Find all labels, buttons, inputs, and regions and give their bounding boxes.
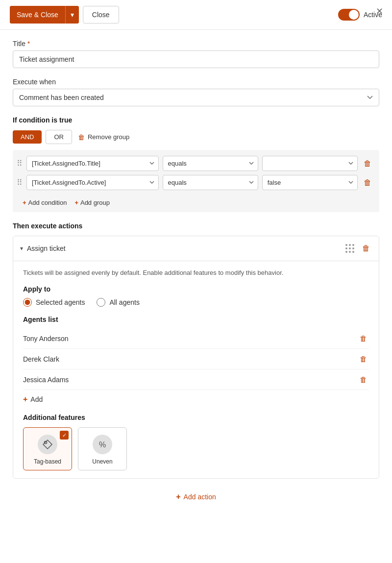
agent-delete-2-button[interactable]: 🗑 — [358, 354, 369, 364]
action-delete-button[interactable]: 🗑 — [360, 242, 372, 255]
drag-handle-1[interactable]: ⠿ — [17, 159, 23, 168]
action-header[interactable]: ▾ Assign ticket — [13, 236, 379, 261]
page-container: Save & Close ▾ Close Active ✕ Title * — [0, 0, 392, 521]
feature-card-uneven[interactable]: % Uneven — [78, 427, 127, 470]
action-description: Tickets will be assigned evenly by defau… — [23, 269, 369, 276]
agent-row-3: Jessica Adams 🗑 — [23, 369, 369, 390]
dot-6 — [352, 247, 354, 249]
condition-section: If condition is true AND OR 🗑 Remove gro… — [13, 116, 379, 212]
title-label: Title * — [13, 40, 379, 48]
action-header-right: 🗑 — [345, 242, 372, 255]
add-agent-button[interactable]: + Add — [23, 395, 43, 404]
add-condition-button[interactable]: + Add condition — [23, 199, 67, 206]
title-group: Title * — [13, 40, 379, 68]
agent-row-2: Derek Clark 🗑 — [23, 349, 369, 369]
add-group-label: Add group — [80, 199, 110, 206]
agent-name-3: Jessica Adams — [23, 376, 69, 384]
execute-when-select[interactable]: Comment has been created — [13, 89, 379, 106]
action-drag-handle[interactable] — [345, 244, 354, 253]
feature-name-uneven: Uneven — [92, 458, 112, 465]
action-header-left: ▾ Assign ticket — [20, 245, 66, 252]
title-input[interactable] — [13, 50, 379, 68]
dot-7 — [345, 251, 347, 253]
condition-operator-2[interactable]: equals — [163, 175, 258, 190]
action-chevron-icon: ▾ — [20, 245, 23, 252]
agent-name-2: Derek Clark — [23, 355, 59, 363]
add-group-button[interactable]: + Add group — [74, 199, 110, 206]
add-group-plus-icon: + — [74, 199, 78, 206]
condition-row-1: ⠿ [Ticket.AssignedTo.Title] equals 🗑 — [17, 156, 373, 171]
add-action-label: Add action — [184, 493, 216, 501]
dropdown-arrow-icon: ▾ — [71, 11, 74, 19]
condition-field-2[interactable]: [Ticket.AssignedTo.Active] — [26, 175, 159, 190]
add-agent-plus-icon: + — [23, 395, 27, 404]
condition-value-2[interactable]: false — [262, 175, 358, 190]
agent-name-1: Tony Anderson — [23, 335, 69, 343]
radio-all-agents-input[interactable] — [97, 298, 105, 307]
save-close-button-group: Save & Close ▾ — [10, 6, 79, 24]
dot-1 — [345, 244, 347, 246]
radio-all-agents[interactable]: All agents — [97, 298, 139, 307]
add-action-button[interactable]: + Add action — [176, 492, 216, 501]
save-close-main-button[interactable]: Save & Close — [10, 6, 65, 24]
toggle-knob — [349, 10, 359, 20]
add-condition-plus-icon: + — [23, 199, 26, 206]
close-x-button[interactable]: ✕ — [376, 6, 383, 17]
remove-group-button[interactable]: 🗑 Remove group — [78, 133, 129, 141]
dot-8 — [349, 251, 351, 253]
additional-features-title: Additional features — [23, 414, 369, 421]
agent-delete-1-button[interactable]: 🗑 — [358, 333, 369, 343]
dot-4 — [345, 247, 347, 249]
feature-name-tag-based: Tag-based — [34, 458, 61, 465]
additional-features-section: Additional features ✓ — [23, 414, 369, 470]
or-button[interactable]: OR — [46, 130, 72, 144]
feature-cards: ✓ Tag-based — [23, 427, 369, 470]
radio-selected-agents[interactable]: Selected agents — [23, 298, 85, 307]
header-left: Save & Close ▾ Close — [10, 6, 119, 24]
actions-section: Then execute actions ▾ Assign ticket — [13, 222, 379, 479]
action-title: Assign ticket — [27, 245, 66, 252]
remove-group-label: Remove group — [88, 133, 129, 141]
execute-when-group: Execute when Comment has been created — [13, 78, 379, 106]
add-action-container: + Add action — [13, 492, 379, 501]
condition-title: If condition is true — [13, 116, 379, 124]
radio-selected-agents-input[interactable] — [23, 298, 32, 307]
dot-9 — [352, 251, 354, 253]
agent-row-1: Tony Anderson 🗑 — [23, 328, 369, 349]
condition-row-2: ⠿ [Ticket.AssignedTo.Active] equals fals… — [17, 175, 373, 190]
agent-delete-3-button[interactable]: 🗑 — [358, 374, 369, 385]
save-close-dropdown-button[interactable]: ▾ — [65, 6, 79, 24]
condition-value-1[interactable] — [262, 156, 358, 171]
condition-header: AND OR 🗑 Remove group — [13, 130, 379, 144]
and-button[interactable]: AND — [13, 130, 42, 144]
svg-text:%: % — [99, 441, 106, 449]
condition-footer: + Add condition + Add group — [17, 194, 373, 206]
condition-field-1[interactable]: [Ticket.AssignedTo.Title] — [26, 156, 159, 171]
execute-when-label: Execute when — [13, 78, 379, 86]
add-agent-label: Add — [30, 395, 43, 403]
radio-all-agents-label: All agents — [109, 298, 139, 306]
feature-check-tag-based: ✓ — [60, 431, 69, 440]
delete-condition-1-button[interactable]: 🗑 — [362, 157, 373, 170]
close-button[interactable]: Close — [83, 6, 119, 24]
feature-card-tag-based[interactable]: ✓ Tag-based — [23, 427, 72, 470]
condition-block: ⠿ [Ticket.AssignedTo.Title] equals 🗑 ⠿ — [13, 150, 379, 212]
content: Title * Execute when Comment has been cr… — [0, 30, 392, 521]
dot-5 — [349, 247, 351, 249]
add-condition-label: Add condition — [28, 199, 67, 206]
apply-to-radio-group: Selected agents All agents — [23, 298, 369, 307]
radio-selected-agents-label: Selected agents — [36, 298, 85, 306]
action-card: ▾ Assign ticket — [13, 236, 379, 479]
required-marker: * — [27, 40, 30, 48]
agents-list: Tony Anderson 🗑 Derek Clark 🗑 Jessica Ad… — [23, 328, 369, 390]
apply-to-label: Apply to — [23, 285, 369, 293]
delete-condition-2-button[interactable]: 🗑 — [362, 176, 373, 189]
feature-icon-uneven: % — [93, 435, 112, 454]
feature-icon-tag-based — [38, 435, 57, 454]
condition-operator-1[interactable]: equals — [163, 156, 258, 171]
header: Save & Close ▾ Close Active ✕ — [0, 0, 392, 30]
drag-handle-2[interactable]: ⠿ — [17, 178, 23, 187]
remove-group-trash-icon: 🗑 — [78, 133, 85, 141]
active-toggle[interactable] — [338, 9, 360, 21]
dot-2 — [349, 244, 351, 246]
